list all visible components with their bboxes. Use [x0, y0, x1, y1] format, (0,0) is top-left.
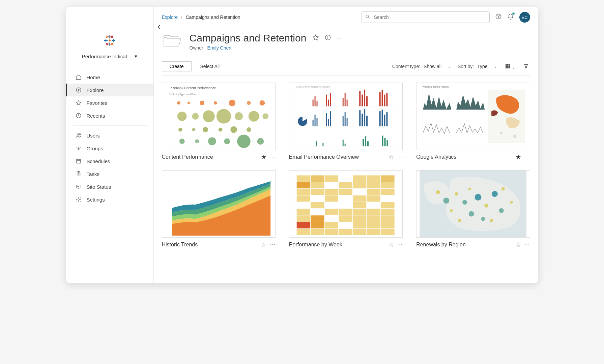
collapse-sidebar-button[interactable] [157, 24, 161, 31]
favorite-toggle[interactable]: ☆ [516, 241, 521, 248]
svg-rect-46 [506, 64, 507, 65]
nav-groups[interactable]: Groups [66, 142, 153, 155]
card-title[interactable]: Renewals by Region [416, 242, 512, 248]
nav-site-status[interactable]: Site Status [66, 180, 153, 193]
card-thumbnail[interactable] [289, 170, 403, 238]
sort-by-label: Sort by: [458, 64, 474, 69]
svg-rect-176 [296, 209, 311, 215]
svg-point-59 [187, 101, 190, 104]
nav-explore[interactable]: Explore [66, 84, 153, 96]
svg-rect-201 [352, 229, 367, 235]
owner-link[interactable]: Emily Chen [207, 45, 231, 51]
nav-tasks[interactable]: Tasks [66, 168, 153, 180]
svg-point-66 [192, 113, 199, 120]
nav-home[interactable]: Home [66, 71, 153, 84]
svg-point-212 [484, 204, 488, 208]
card-title[interactable]: Content Performance [162, 154, 258, 160]
svg-point-67 [203, 110, 215, 122]
content-grid: Facebook Content Performance Posts by Ty… [154, 76, 538, 255]
main: Explore / Campaigns and Retention EC [154, 7, 538, 283]
page-title: Campaigns and Retention [190, 32, 307, 44]
nav-label: Settings [87, 197, 105, 203]
card-email-performance: Email Performance Overview [289, 83, 403, 161]
filter-button[interactable] [522, 63, 530, 70]
more-actions-button[interactable]: ··· [337, 35, 341, 41]
sort-by-dropdown[interactable]: Type ⌄ [476, 62, 498, 70]
svg-point-72 [178, 128, 182, 132]
svg-point-81 [224, 138, 230, 144]
svg-rect-49 [506, 65, 507, 67]
create-button[interactable]: Create [162, 61, 192, 71]
svg-point-82 [237, 134, 251, 148]
svg-point-77 [246, 127, 251, 132]
clock-icon [75, 113, 82, 119]
search-input[interactable] [362, 11, 490, 23]
help-button[interactable] [495, 13, 502, 21]
nav-schedules[interactable]: Schedules [66, 155, 153, 168]
card-more-button[interactable]: ··· [270, 242, 275, 248]
card-more-button[interactable]: ··· [397, 154, 403, 160]
card-more-button[interactable]: ··· [524, 154, 530, 160]
favorite-toggle[interactable]: ☆ [389, 153, 394, 161]
favorite-toggle[interactable]: ☆ [261, 241, 266, 248]
card-title[interactable]: Historic Trends [162, 242, 258, 248]
svg-rect-166 [352, 195, 367, 202]
card-thumbnail[interactable]: Email Performance Overview [289, 83, 403, 150]
site-selector[interactable]: Performance Indicat... ▾ [66, 53, 153, 59]
svg-point-207 [455, 192, 458, 195]
svg-rect-183 [296, 215, 311, 222]
svg-point-218 [481, 217, 485, 221]
info-button[interactable] [324, 34, 331, 42]
topbar: Explore / Campaigns and Retention EC [154, 7, 538, 23]
content-type-value: Show all [424, 64, 441, 69]
card-thumbnail[interactable] [162, 170, 276, 238]
card-more-button[interactable]: ··· [524, 242, 530, 248]
select-all-button[interactable]: Select All [200, 64, 220, 69]
nav-recents[interactable]: Recents [66, 109, 153, 122]
folder-icon [162, 33, 182, 50]
svg-rect-102 [386, 93, 387, 107]
svg-rect-175 [380, 202, 395, 209]
svg-point-41 [498, 18, 498, 18]
svg-rect-198 [311, 229, 325, 235]
svg-rect-157 [324, 188, 339, 195]
svg-rect-161 [380, 188, 395, 195]
favorite-page-button[interactable] [312, 34, 319, 42]
nav-favorites[interactable]: Favorites [66, 96, 153, 109]
svg-rect-174 [367, 202, 381, 209]
nav-settings[interactable]: Settings [66, 193, 153, 206]
card-thumbnail[interactable]: Facebook Content Performance Posts by Ty… [162, 83, 276, 150]
svg-rect-194 [352, 222, 367, 229]
favorite-toggle[interactable]: ★ [261, 153, 266, 161]
svg-rect-109 [330, 111, 331, 126]
svg-rect-178 [324, 209, 339, 215]
favorite-toggle[interactable]: ☆ [389, 241, 394, 248]
svg-rect-89 [326, 95, 327, 107]
breadcrumb-root[interactable]: Explore [162, 14, 178, 20]
favorite-toggle[interactable]: ★ [516, 153, 521, 161]
nav-users[interactable]: Users [66, 129, 153, 142]
card-more-button[interactable]: ··· [397, 242, 403, 248]
search-box [362, 11, 490, 23]
tableau-logo [66, 34, 153, 47]
view-mode-button[interactable]: ⌄ [504, 63, 517, 70]
svg-rect-142 [311, 175, 325, 182]
avatar[interactable]: EC [519, 12, 530, 23]
svg-rect-117 [379, 111, 380, 126]
notifications-button[interactable] [507, 13, 514, 21]
card-thumbnail[interactable]: Website Traffic Trends [416, 83, 530, 150]
card-title[interactable]: Email Performance Overview [289, 154, 385, 160]
svg-rect-114 [362, 114, 363, 126]
svg-rect-159 [352, 188, 367, 195]
svg-point-219 [450, 209, 453, 212]
card-title[interactable]: Google Analytics [416, 154, 512, 160]
svg-rect-90 [328, 100, 329, 107]
svg-marker-20 [76, 100, 81, 105]
sort-by-value: Type [477, 64, 487, 69]
content-type-dropdown[interactable]: Show all ⌄ [422, 62, 452, 70]
top-icons: EC [495, 12, 530, 23]
card-title[interactable]: Performance by Week [289, 242, 385, 248]
card-thumbnail[interactable] [416, 170, 530, 238]
card-more-button[interactable]: ··· [270, 154, 275, 160]
calendar-icon [75, 158, 82, 164]
